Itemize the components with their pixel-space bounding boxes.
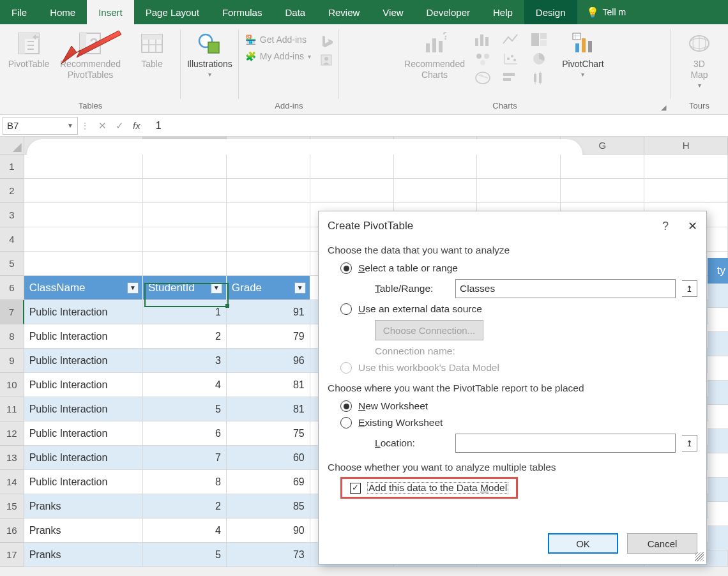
chk-add-to-datamodel[interactable]: Add this data to the Data Model	[350, 481, 508, 495]
cancel-button[interactable]: Cancel	[627, 533, 697, 554]
cell[interactable]	[24, 179, 143, 203]
row-header[interactable]: 17	[0, 543, 24, 567]
cell[interactable]: 81	[227, 373, 310, 397]
row-header[interactable]: 5	[0, 252, 24, 276]
line-chart-icon[interactable]	[502, 32, 524, 47]
tab-data[interactable]: Data	[273, 0, 317, 24]
cell[interactable]: 96	[227, 349, 310, 373]
map-chart-icon[interactable]	[474, 70, 496, 86]
tab-view[interactable]: View	[371, 0, 414, 24]
recommended-charts-button[interactable]: ? Recommended Charts	[404, 28, 465, 80]
tab-file[interactable]: File	[0, 0, 38, 24]
table-header-cell[interactable]: StudentId▼	[143, 276, 227, 300]
cell[interactable]: 2	[143, 324, 227, 349]
row-header[interactable]: 4	[0, 227, 24, 252]
opt-existing-worksheet[interactable]: Existing Worksheet	[340, 414, 697, 431]
column-chart-icon[interactable]	[474, 32, 496, 47]
cancel-formula-icon[interactable]: ✕	[98, 120, 107, 132]
get-addins-button[interactable]: 🏪 Get Add-ins	[245, 33, 311, 46]
cell[interactable]: Public Interaction	[24, 373, 143, 397]
cell[interactable]: 5	[143, 397, 227, 421]
tab-help[interactable]: Help	[482, 0, 524, 24]
cell[interactable]	[143, 252, 227, 276]
row-header[interactable]: 12	[0, 421, 24, 446]
filter-button[interactable]: ▼	[294, 282, 306, 294]
name-box[interactable]: B7 ▼	[3, 117, 78, 135]
cell[interactable]	[644, 155, 728, 179]
cell[interactable]: 60	[227, 446, 310, 470]
cell[interactable]: 2	[143, 494, 227, 519]
cell[interactable]: 90	[227, 519, 310, 543]
tab-developer[interactable]: Developer	[415, 0, 482, 24]
row-header[interactable]: 16	[0, 519, 24, 543]
cell[interactable]: Public Interaction	[24, 397, 143, 421]
filter-button[interactable]: ▼	[127, 282, 139, 294]
cell[interactable]	[394, 155, 478, 179]
ok-button[interactable]: OK	[548, 533, 618, 554]
cell[interactable]: 1	[143, 300, 227, 324]
cell[interactable]: Public Interaction	[24, 324, 143, 349]
row-header[interactable]: 2	[0, 179, 24, 203]
opt-new-worksheet[interactable]: New Worksheet	[340, 398, 697, 414]
col-header-h[interactable]: H	[644, 137, 728, 155]
cell[interactable]	[477, 155, 561, 179]
cell[interactable]: 81	[227, 397, 310, 421]
cell[interactable]	[561, 155, 644, 179]
row-header[interactable]: 13	[0, 446, 24, 470]
row-header[interactable]: 7	[0, 300, 24, 324]
collapse-dialog-icon[interactable]: ↥	[682, 280, 697, 297]
location-input[interactable]	[455, 434, 676, 453]
row-header[interactable]: 6	[0, 276, 24, 300]
table-range-input[interactable]: Classes	[455, 279, 676, 298]
stock-chart-icon[interactable]	[530, 70, 552, 86]
cell[interactable]: 3	[143, 349, 227, 373]
cell[interactable]: Pranks	[24, 519, 143, 543]
row-header[interactable]: 8	[0, 324, 24, 349]
tab-review[interactable]: Review	[317, 0, 371, 24]
pivottable-button[interactable]: PivotTable	[6, 28, 51, 70]
tab-page-layout[interactable]: Page Layout	[134, 0, 211, 24]
row-header[interactable]: 15	[0, 494, 24, 519]
cell[interactable]	[227, 227, 310, 252]
cell[interactable]	[143, 155, 227, 179]
cell[interactable]	[24, 227, 143, 252]
cell[interactable]: 85	[227, 494, 310, 519]
cell[interactable]	[394, 179, 478, 203]
scatter-chart-icon[interactable]	[502, 51, 524, 66]
row-header[interactable]: 1	[0, 155, 24, 179]
cell[interactable]	[24, 252, 143, 276]
pivotchart-button[interactable]: PivotChart ▾	[561, 28, 605, 79]
cell[interactable]: 79	[227, 324, 310, 349]
close-icon[interactable]: ✕	[688, 219, 697, 233]
cell[interactable]: 5	[143, 543, 227, 567]
table-header-cell[interactable]: ClassName▼	[24, 276, 143, 300]
cell[interactable]: 8	[143, 470, 227, 494]
cell[interactable]	[310, 155, 394, 179]
fx-icon[interactable]: fx	[133, 120, 140, 132]
cell[interactable]	[310, 179, 394, 203]
cell[interactable]	[644, 179, 728, 203]
cell[interactable]	[143, 203, 227, 227]
cell[interactable]: Public Interaction	[24, 446, 143, 470]
treemap-icon[interactable]	[530, 32, 552, 47]
cell[interactable]: 75	[227, 421, 310, 446]
tab-insert[interactable]: Insert	[87, 0, 134, 24]
row-header[interactable]: 9	[0, 349, 24, 373]
row-header[interactable]: 10	[0, 373, 24, 397]
tab-formulas[interactable]: Formulas	[211, 0, 274, 24]
collapse-dialog-icon[interactable]: ↥	[682, 435, 697, 451]
illustrations-button[interactable]: Illustrations ▾	[187, 28, 232, 79]
cell[interactable]	[227, 252, 310, 276]
pie-chart-icon[interactable]	[530, 51, 552, 66]
cell[interactable]	[227, 179, 310, 203]
table-header-cell[interactable]: Grade▼	[227, 276, 310, 300]
hierarchy-chart-icon[interactable]	[474, 51, 496, 66]
cell[interactable]: Public Interaction	[24, 349, 143, 373]
cell[interactable]	[227, 155, 310, 179]
accept-formula-icon[interactable]: ✓	[116, 120, 124, 132]
formula-input[interactable]: 1	[149, 120, 728, 132]
cell[interactable]: Public Interaction	[24, 470, 143, 494]
tell-me-search[interactable]: 💡 Tell m	[577, 0, 626, 24]
cell[interactable]	[24, 155, 143, 179]
row-header[interactable]: 11	[0, 397, 24, 421]
